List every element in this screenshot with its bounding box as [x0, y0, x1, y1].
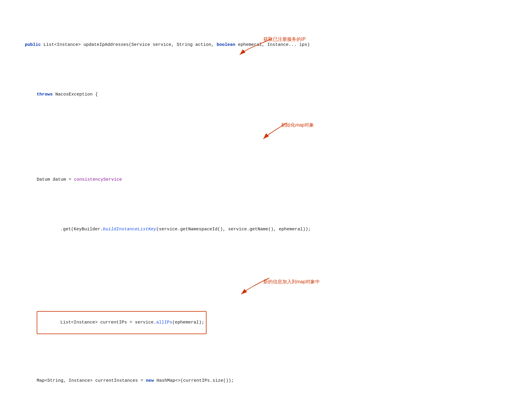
code-text: (ephemeral);	[172, 320, 204, 325]
code-text: .get(KeyBuilder.	[60, 227, 103, 232]
annotation-1: 获取已注册服务的IP	[263, 35, 306, 43]
highlight-box-1: List<Instance> currentIPs = service.allI…	[37, 311, 207, 334]
keyword-public: public	[25, 42, 41, 47]
method-allIPs: allIPs	[156, 320, 172, 325]
annotation-text-2: 初始化map对象	[281, 122, 314, 127]
code-line-4: Datum datum = consistencyService	[21, 169, 523, 190]
code-text: (service.getNamespaceId(), service.getNa…	[156, 227, 311, 232]
annotation-text-3: 新的信息加入到map对象中	[263, 279, 320, 284]
code-line-5: .get(KeyBuilder.buildInstanceListKey(ser…	[44, 219, 523, 240]
code-text: Map<String, Instance> currentInstances =	[37, 378, 146, 383]
annotation-2: 初始化map对象	[281, 121, 314, 129]
code-line-3	[9, 134, 523, 141]
code-text: NacosException {	[53, 92, 98, 97]
code-line-6	[9, 268, 523, 276]
code-text: List<Instance> currentIPs = service.	[60, 320, 156, 325]
method-buildInstanceListKey: buildInstanceListKey	[103, 227, 156, 232]
keyword-boolean: boolean	[217, 42, 235, 47]
annotation-3: 新的信息加入到map对象中	[263, 278, 320, 286]
code-text: List<Instance> updateIpAddresses(Service…	[41, 42, 217, 47]
code-block: public List<Instance> updateIpAddresses(…	[9, 6, 523, 411]
code-text: HashMap<>(currentIPs.size());	[154, 378, 234, 383]
code-line-2: throws NacosException {	[21, 84, 523, 105]
annotation-text-1: 获取已注册服务的IP	[263, 37, 306, 42]
keyword-new-1: new	[146, 378, 154, 383]
code-text: Datum datum =	[37, 177, 74, 182]
code-line-8: Map<String, Instance> currentInstances =…	[21, 370, 523, 391]
field-consistencyService: consistencyService	[74, 177, 122, 182]
keyword-throws: throws	[37, 92, 53, 97]
code-line-7: List<Instance> currentIPs = service.allI…	[21, 304, 523, 341]
